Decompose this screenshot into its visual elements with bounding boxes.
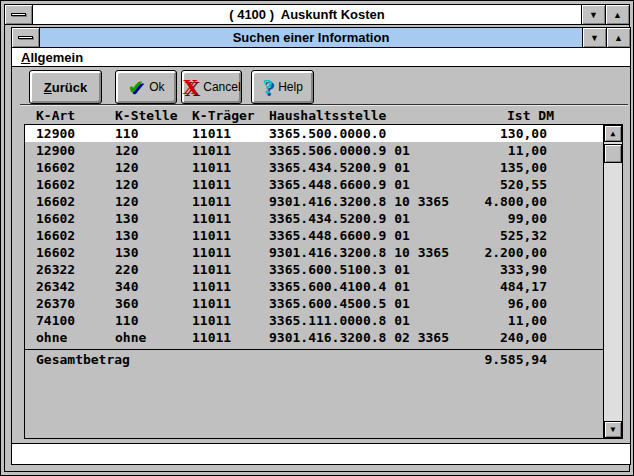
table-row[interactable]: 16602130110113365.448.6600.9 01525,32 [25,227,603,244]
cancel-button[interactable]: X Cancel [181,70,242,104]
table-row[interactable]: 16602130110119301.416.3200.8 10 33652.20… [25,244,603,261]
cancel-button-label: Cancel [203,80,240,94]
table-row[interactable]: 16602120110113365.448.6600.9 01520,55 [25,176,603,193]
cell-k-stelle: 110 [115,125,138,142]
scroll-up-button[interactable]: ▲ [604,125,622,142]
ok-button[interactable]: ✔ Ok [115,70,177,104]
cell-k-stelle: ohne [115,329,146,346]
child-window-title: Suchen einer Information [40,28,582,47]
cell-ist-dm: 130,00 [500,125,547,142]
cell-k-art: 26342 [36,278,75,295]
cell-k-art: 12900 [36,125,75,142]
results-listbox: 12900110110113365.500.0000.0130,00129001… [24,124,623,439]
cell-ist-dm: 2.200,00 [484,244,547,261]
zurueck-button-label: Zurück [44,80,87,95]
cell-k-stelle: 110 [115,312,138,329]
cell-k-traeger: 11011 [192,193,231,210]
cell-haushaltsstelle: 3365.506.0000.9 01 [269,142,410,159]
cell-ist-dm: 135,00 [500,159,547,176]
table-row[interactable]: ohneohne110119301.416.3200.8 02 3365240,… [25,329,603,346]
cell-ist-dm: 11,00 [508,142,547,159]
table-row[interactable]: 12900110110113365.500.0000.0130,00 [25,125,603,142]
cell-haushaltsstelle: 3365.448.6600.9 01 [269,227,410,244]
cell-haushaltsstelle: 3365.600.5100.3 01 [269,261,410,278]
maximize-icon: ▲ [614,33,623,43]
help-button-label: Help [278,80,303,94]
cell-ist-dm: 525,32 [500,227,547,244]
cell-k-traeger: 11011 [192,142,231,159]
table-row[interactable]: 12900120110113365.506.0000.9 0111,00 [25,142,603,159]
child-system-menu-button[interactable] [12,28,40,47]
vertical-scrollbar[interactable]: ▲ ▼ [603,125,622,438]
total-label: Gesamtbetrag [36,351,130,368]
cell-k-stelle: 120 [115,176,138,193]
cell-k-traeger: 11011 [192,125,231,142]
check-icon: ✔ [127,76,144,98]
cell-k-traeger: 11011 [192,329,231,346]
cell-k-traeger: 11011 [192,159,231,176]
help-button[interactable]: ? Help [251,70,314,104]
cell-k-stelle: 120 [115,142,138,159]
cell-ist-dm: 96,00 [508,295,547,312]
col-haushaltsstelle: Haushaltsstelle [269,108,386,123]
cell-ist-dm: 333,90 [500,261,547,278]
cell-haushaltsstelle: 9301.416.3200.8 02 3365 [269,329,449,346]
table-row[interactable]: 74100110110113365.111.0000.8 0111,00 [25,312,603,329]
col-k-traeger: K-Träger [192,108,255,123]
outer-minimize-button[interactable]: ▼ [581,5,605,24]
col-k-art: K-Art [36,108,75,123]
cell-k-art: 16602 [36,159,75,176]
total-row: Gesamtbetrag 9.585,94 [25,350,603,367]
outer-window-frame: ( 4100 ) Auskunft Kosten ▼ ▲ Suchen eine… [0,0,634,476]
total-value: 9.585,94 [484,351,547,368]
cell-k-art: 26322 [36,261,75,278]
cell-haushaltsstelle: 9301.416.3200.8 10 3365 [269,244,449,261]
cell-k-traeger: 11011 [192,227,231,244]
cell-k-traeger: 11011 [192,295,231,312]
x-icon: X [182,76,198,98]
cell-k-art: 16602 [36,176,75,193]
cell-haushaltsstelle: 3365.500.0000.0 [269,125,386,142]
cell-k-stelle: 130 [115,227,138,244]
cell-k-art: 16602 [36,244,75,261]
cell-k-art: 16602 [36,210,75,227]
outer-maximize-button[interactable]: ▲ [605,5,629,24]
cell-k-stelle: 130 [115,210,138,227]
cell-k-stelle: 120 [115,159,138,176]
scrollbar-thumb[interactable] [604,144,622,163]
cell-k-art: ohne [36,329,67,346]
child-maximize-button[interactable]: ▲ [606,28,630,47]
cell-haushaltsstelle: 3365.111.0000.8 01 [269,312,410,329]
table-row[interactable]: 26370360110113365.600.4500.5 0196,00 [25,295,603,312]
child-window: Suchen einer Information ▼ ▲ Allgemein Z… [11,27,631,465]
zurueck-button[interactable]: Zurück [29,70,102,104]
table-row[interactable]: 26342340110113365.600.4100.4 01484,17 [25,278,603,295]
table-row[interactable]: 16602120110119301.416.3200.8 10 33654.80… [25,193,603,210]
cell-k-stelle: 130 [115,244,138,261]
table-row[interactable]: 26322220110113365.600.5100.3 01333,90 [25,261,603,278]
outer-titlebar: ( 4100 ) Auskunft Kosten ▼ ▲ [5,5,629,25]
menu-item-allgemein[interactable]: Allgemein [21,49,83,67]
cell-k-traeger: 11011 [192,244,231,261]
results-pane: K-ArtK-StelleK-TrägerHaushaltsstelleIst … [12,105,630,443]
toolbar: Zurück ✔ Ok X Cancel ? Help [12,67,630,105]
cell-k-traeger: 11011 [192,210,231,227]
cell-k-stelle: 340 [115,278,138,295]
table-rows: 12900110110113365.500.0000.0130,00129001… [25,125,603,346]
system-menu-icon [11,13,26,16]
cell-k-traeger: 11011 [192,261,231,278]
minimize-icon: ▼ [590,33,599,43]
scroll-down-button[interactable]: ▼ [604,421,622,438]
cell-k-art: 26370 [36,295,75,312]
table-row[interactable]: 16602120110113365.434.5200.9 01135,00 [25,159,603,176]
minimize-icon: ▼ [589,10,598,20]
mdi-client-area: Suchen einer Information ▼ ▲ Allgemein Z… [5,25,629,471]
maximize-icon: ▲ [613,10,622,20]
child-minimize-button[interactable]: ▼ [582,28,606,47]
cell-ist-dm: 520,55 [500,176,547,193]
table-row[interactable]: 16602130110113365.434.5200.9 0199,00 [25,210,603,227]
system-menu-icon [18,36,33,39]
outer-system-menu-button[interactable] [5,5,33,24]
status-bar [12,443,630,464]
cell-haushaltsstelle: 3365.448.6600.9 01 [269,176,410,193]
